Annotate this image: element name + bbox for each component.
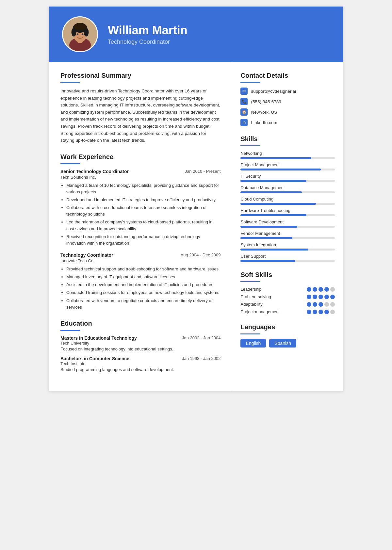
language-badge: English	[240, 339, 266, 348]
filled-dot	[313, 287, 317, 292]
skill-bar-fill	[240, 237, 292, 239]
contact-title: Contact Details	[240, 72, 335, 79]
edu-dates: Jan 2002 - Jan 2004	[182, 335, 221, 340]
education-title: Education	[60, 320, 220, 327]
dots	[307, 287, 335, 292]
job-title: Senior Technology Coordinator	[60, 169, 129, 174]
work-experience-title: Work Experience	[60, 153, 220, 161]
filled-dot	[318, 310, 323, 314]
skill-bar-bg	[240, 214, 335, 216]
edu-school: Tech University	[60, 341, 220, 346]
edu-desc: Focused on integrating technology into e…	[60, 347, 220, 351]
contact-item: in LinkedIn.com	[240, 119, 335, 126]
job-item: Technology Coordinator Aug 2004 - Dec 20…	[60, 252, 220, 311]
skill-bar-bg	[240, 180, 335, 182]
empty-dot	[330, 287, 335, 292]
soft-skill-item: Leadership	[240, 287, 335, 292]
edu-container: Masters in Educational Technology Jan 20…	[60, 335, 220, 372]
skill-item: Hardware Troubleshooting	[240, 208, 335, 216]
list-item: Collaborated with cross-functional teams…	[66, 204, 220, 218]
contact-icon: in	[240, 119, 248, 126]
soft-skills-section: Soft Skills Leadership Problem-solving A…	[240, 271, 335, 314]
right-column: Contact Details ✉ support@cvdesigner.ai …	[232, 62, 343, 391]
contact-icon: ✉	[240, 88, 248, 95]
filled-dot	[313, 302, 317, 307]
skill-bar-bg	[240, 249, 335, 251]
filled-dot	[307, 295, 311, 299]
skills-divider	[240, 145, 260, 146]
skill-name: Vendor Management	[240, 231, 335, 236]
resume-header: William Martin Technology Coordinator	[49, 7, 343, 62]
filled-dot	[313, 310, 317, 314]
filled-dot	[307, 287, 311, 292]
skills-container: Networking Project Management IT Securit…	[240, 151, 335, 262]
list-item: Managed inventory of IT equipment and so…	[66, 274, 220, 280]
soft-skill-name: Problem-solving	[240, 294, 271, 299]
skill-name: Hardware Troubleshooting	[240, 208, 335, 213]
job-item: Senior Technology Coordinator Jan 2010 -…	[60, 169, 220, 247]
list-item: Collaborated with vendors to negotiate c…	[66, 298, 220, 311]
skills-section: Skills Networking Project Management IT …	[240, 135, 335, 262]
summary-title: Professional Summary	[60, 72, 220, 79]
list-item: Provided technical support and troublesh…	[66, 266, 220, 272]
languages-title: Languages	[240, 323, 335, 331]
skill-name: Networking	[240, 151, 335, 156]
soft-skills-container: Leadership Problem-solving Adaptability …	[240, 287, 335, 314]
contact-item: 🏠 NewYork, US	[240, 108, 335, 116]
svg-point-9	[82, 33, 84, 35]
dots	[307, 295, 335, 299]
jobs-container: Senior Technology Coordinator Jan 2010 -…	[60, 169, 220, 311]
edu-desc: Studied programming languages and softwa…	[60, 367, 220, 372]
contact-text: support@cvdesigner.ai	[251, 89, 296, 94]
list-item: Developed and implemented IT strategies …	[66, 197, 220, 203]
soft-skill-item: Project management	[240, 309, 335, 314]
avatar	[62, 16, 98, 52]
skill-item: Cloud Computing	[240, 197, 335, 205]
skill-item: Software Development	[240, 219, 335, 228]
job-title: Technology Coordinator	[60, 252, 113, 258]
job-bullets: Provided technical support and troublesh…	[60, 266, 220, 311]
skill-bar-fill	[240, 180, 306, 182]
list-item: Led the migration of company's systems t…	[66, 219, 220, 232]
skill-name: Cloud Computing	[240, 197, 335, 202]
skill-bar-fill	[240, 157, 311, 159]
resume-body: Professional Summary Innovative and resu…	[49, 62, 343, 391]
summary-text: Innovative and results-driven Technology…	[60, 88, 220, 144]
skill-bar-bg	[240, 169, 335, 170]
skill-bar-fill	[240, 169, 320, 170]
soft-skill-item: Problem-solving	[240, 294, 335, 299]
job-dates: Aug 2004 - Dec 2009	[181, 252, 221, 257]
soft-skills-title: Soft Skills	[240, 271, 335, 279]
skill-bar-fill	[240, 260, 295, 262]
svg-point-8	[77, 33, 79, 35]
languages-divider	[240, 333, 260, 334]
list-item: Received recognition for outstanding per…	[66, 234, 220, 247]
contact-text: LinkedIn.com	[251, 120, 277, 125]
language-badge: Spanish	[269, 339, 296, 348]
job-bullets: Managed a team of 10 technology speciali…	[60, 182, 220, 247]
skill-name: Project Management	[240, 162, 335, 167]
candidate-name: William Martin	[108, 23, 188, 37]
contact-container: ✉ support@cvdesigner.ai 📞 (555) 345-6789…	[240, 88, 335, 126]
filled-dot	[318, 287, 323, 292]
skill-bar-bg	[240, 191, 335, 193]
skill-bar-fill	[240, 203, 316, 205]
skill-bar-bg	[240, 237, 335, 239]
skill-item: Project Management	[240, 162, 335, 170]
dots	[307, 310, 335, 314]
list-item: Managed a team of 10 technology speciali…	[66, 182, 220, 195]
skill-name: Software Development	[240, 219, 335, 224]
skill-item: User Support	[240, 254, 335, 262]
edu-item: Masters in Educational Technology Jan 20…	[60, 335, 220, 351]
skill-bar-fill	[240, 214, 306, 216]
edu-degree: Masters in Educational Technology	[60, 335, 137, 341]
job-company: Innovate Tech Co.	[60, 258, 220, 263]
soft-skill-name: Leadership	[240, 287, 261, 292]
list-item: Conducted training sessions for employee…	[66, 289, 220, 296]
filled-dot	[330, 295, 335, 299]
skill-item: Database Management	[240, 185, 335, 193]
skill-item: System Integration	[240, 242, 335, 251]
skill-bar-fill	[240, 249, 308, 251]
summary-divider	[60, 82, 80, 83]
skill-item: Networking	[240, 151, 335, 159]
